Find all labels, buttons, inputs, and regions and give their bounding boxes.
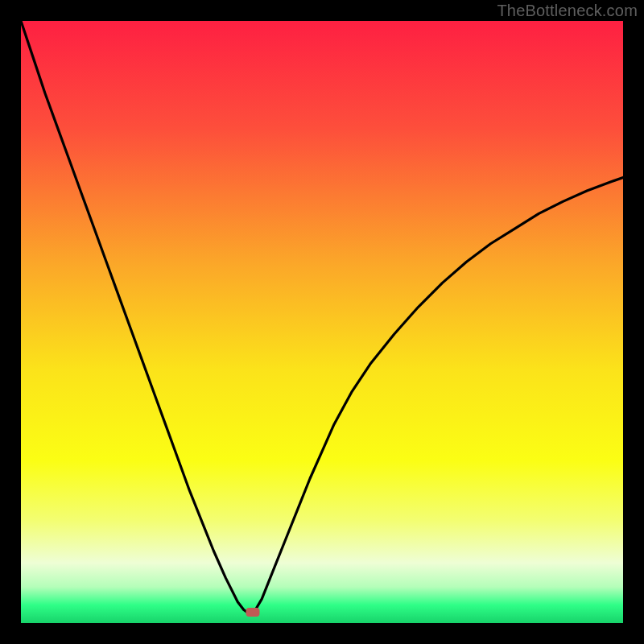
chart-frame: TheBottleneck.com xyxy=(0,0,644,644)
plot-area xyxy=(21,21,623,623)
bottleneck-chart xyxy=(21,21,623,623)
watermark-text: TheBottleneck.com xyxy=(497,2,638,20)
gradient-background xyxy=(21,21,623,623)
minimum-marker xyxy=(246,608,259,617)
